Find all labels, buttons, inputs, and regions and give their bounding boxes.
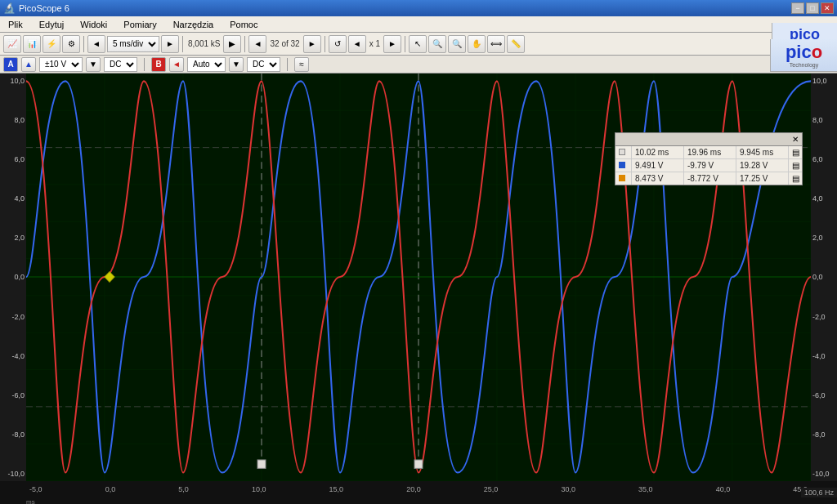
time-label-30: 30,0 xyxy=(561,485,575,493)
y-label-2-right: 2,0 xyxy=(812,234,835,242)
title-bar: 🔬 PicoScope 6 − □ ✕ xyxy=(0,0,837,16)
ruler-close-btn[interactable]: ✕ xyxy=(792,135,799,144)
spectrum-mode-btn[interactable]: 📊 xyxy=(23,35,41,53)
prev-capture-btn[interactable]: ◄ xyxy=(248,35,266,53)
pico-brand-text: pico xyxy=(786,42,822,62)
channel-a-range-down[interactable]: ▼ xyxy=(86,57,101,72)
close-button[interactable]: ✕ xyxy=(821,2,834,14)
ruler-header: ✕ xyxy=(615,133,802,146)
time-label-40: 40,0 xyxy=(716,485,731,493)
ruler-row-2: 9.491 V -9.79 V 19.28 V ▤ xyxy=(615,159,802,172)
channel-a-coupling-select[interactable]: DC xyxy=(104,57,137,72)
channel-a-btn[interactable]: A xyxy=(3,57,18,72)
time-label-15: 15,0 xyxy=(329,485,344,493)
time-label-20: 20,0 xyxy=(406,485,421,493)
persistence-mode-btn[interactable]: ⚡ xyxy=(43,35,60,53)
sample-rate-label: 8,001 kS xyxy=(186,39,222,48)
channel-a-label: A xyxy=(7,60,13,69)
math-btn[interactable]: ≈ xyxy=(294,57,309,72)
channel-b-coupling-select[interactable]: DC xyxy=(247,57,280,72)
ch-sep-2 xyxy=(287,58,288,71)
y-label-n6-left: -6,0 xyxy=(2,391,25,399)
refresh-btn[interactable]: ↺ xyxy=(329,35,347,53)
next-capture-btn[interactable]: ► xyxy=(303,35,321,53)
ruler-row1-expand[interactable]: ▤ xyxy=(789,146,802,158)
sample-rate-btn[interactable]: ▶ xyxy=(223,35,241,53)
time-unit-label: ms xyxy=(26,498,35,505)
capture-count-label: 32 of 32 xyxy=(268,39,301,48)
y-label-6-right: 6,0 xyxy=(812,155,835,163)
window-title: PicoScope 6 xyxy=(19,3,69,13)
ruler-panel: ✕ 10.02 ms 19.96 ms 9.945 ms ▤ 9.491 V -… xyxy=(615,132,803,185)
prev-timebase-btn[interactable]: ◄ xyxy=(87,35,105,53)
channel-b-range-down[interactable]: ▼ xyxy=(229,57,244,72)
ruler-row2-expand[interactable]: ▤ xyxy=(789,159,802,172)
toolbar-sep-2 xyxy=(182,36,183,52)
y-label-8-left: 8,0 xyxy=(2,116,25,124)
next-buf-btn[interactable]: ► xyxy=(383,35,401,53)
pan-btn[interactable]: ✋ xyxy=(468,35,486,53)
scope-mode-btn[interactable]: 📈 xyxy=(3,35,21,53)
y-label-top-right: 10,0 xyxy=(812,77,835,85)
minimize-button[interactable]: − xyxy=(791,2,804,14)
y-label-4-right: 4,0 xyxy=(812,194,835,203)
y-label-n4-left: -4,0 xyxy=(2,352,25,360)
prev-buf-btn[interactable]: ◄ xyxy=(348,35,366,53)
channel-bar: A ▲ ±10 V ▼ DC B ◄ Auto ▼ DC ≈ xyxy=(0,56,837,74)
zoom-in-btn[interactable]: 🔍 xyxy=(428,35,446,53)
channel-b-range-select[interactable]: Auto xyxy=(187,57,226,72)
ruler-r1-c2: 19.96 ms xyxy=(684,146,736,158)
scope-canvas[interactable]: ✕ 10.02 ms 19.96 ms 9.945 ms ▤ 9.491 V -… xyxy=(26,74,811,481)
y-label-bot-left: -10,0 xyxy=(2,470,25,478)
ruler-col2-header xyxy=(681,135,730,144)
y-label-0-right: 0,0 xyxy=(812,273,835,281)
ruler-row-1: 10.02 ms 19.96 ms 9.945 ms ▤ xyxy=(615,146,802,159)
y-label-8-right: 8,0 xyxy=(812,116,835,124)
menu-edytuj[interactable]: Edytuj xyxy=(34,18,69,31)
scope-display: 10,0 8,0 6,0 4,0 2,0 0,0 -2,0 -4,0 -6,0 … xyxy=(0,74,837,481)
menu-pomiary[interactable]: Pomiary xyxy=(119,18,161,31)
channel-b-active[interactable]: ◄ xyxy=(169,57,184,72)
toolbar-sep-3 xyxy=(244,36,245,52)
y-label-n2-right: -2,0 xyxy=(812,313,835,321)
ruler-r2-c2: -9.79 V xyxy=(684,159,736,172)
ruler-r1-c3: 9.945 ms xyxy=(736,146,789,158)
pico-brand-subtitle: Technology xyxy=(790,62,818,68)
options-btn[interactable]: ⚙ xyxy=(62,35,80,53)
next-timebase-btn[interactable]: ► xyxy=(161,35,179,53)
ruler-row-3: 8.473 V -8.772 V 17.25 V ▤ xyxy=(615,172,802,185)
y-label-n8-left: -8,0 xyxy=(2,430,25,439)
y-label-top-left: 10,0 xyxy=(2,77,25,85)
channel-b-btn[interactable]: B xyxy=(151,57,166,72)
ch-sep-1 xyxy=(144,58,145,71)
menu-pomoc[interactable]: Pomoc xyxy=(225,18,262,31)
y-label-n6-right: -6,0 xyxy=(812,391,835,399)
ruler-btn[interactable]: ⟺ xyxy=(487,35,505,53)
menu-narzedzia[interactable]: Narzędzia xyxy=(168,18,219,31)
menu-plik[interactable]: Plik xyxy=(3,18,28,31)
y-label-0-left: 0,0 xyxy=(2,273,25,281)
cursor-btn[interactable]: ↖ xyxy=(409,35,427,53)
ruler-col3-header xyxy=(736,135,786,144)
menu-widoki[interactable]: Widoki xyxy=(75,18,112,31)
toolbar-sep-4 xyxy=(325,36,325,52)
channel-a-active[interactable]: ▲ xyxy=(21,57,36,72)
channel-b-label: B xyxy=(155,60,161,69)
toolbar-sep-5 xyxy=(405,36,405,52)
y-axis-right: 10,0 8,0 6,0 4,0 2,0 0,0 -2,0 -4,0 -6,0 … xyxy=(811,74,837,481)
toolbar-sep-1 xyxy=(83,36,84,52)
zoom-out-btn[interactable]: 🔍 xyxy=(448,35,466,53)
ruler-r3-c2: -8.772 V xyxy=(684,172,736,185)
maximize-button[interactable]: □ xyxy=(806,2,819,14)
time-label-35: 35,0 xyxy=(638,485,653,493)
y-label-6-left: 6,0 xyxy=(2,155,25,163)
ruler-col1-header xyxy=(625,135,674,144)
time-label-0: 0,0 xyxy=(105,485,116,493)
y-label-n2-left: -2,0 xyxy=(2,313,25,321)
timebase-select[interactable]: 5 ms/div xyxy=(107,36,159,52)
svg-rect-28 xyxy=(414,460,423,468)
ruler-row3-expand[interactable]: ▤ xyxy=(789,172,802,185)
measure-btn[interactable]: 📏 xyxy=(507,35,525,53)
channel-a-range-select[interactable]: ±10 V xyxy=(39,57,83,72)
freq-value: 100,6 Hz xyxy=(804,488,834,497)
